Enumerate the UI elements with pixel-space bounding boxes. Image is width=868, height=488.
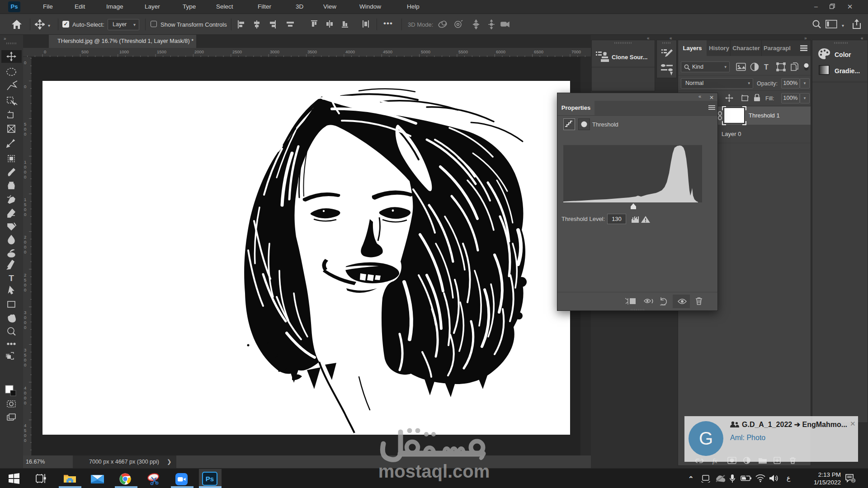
svg-text:2: 2 bbox=[852, 479, 854, 483]
svg-text:0: 0 bbox=[24, 164, 26, 169]
svg-text:0: 0 bbox=[24, 357, 26, 362]
svg-text:0: 0 bbox=[24, 287, 26, 292]
svg-text:0: 0 bbox=[24, 362, 26, 367]
svg-text:5: 5 bbox=[24, 122, 26, 127]
svg-text:5: 5 bbox=[24, 428, 26, 433]
svg-text:0: 0 bbox=[24, 400, 26, 405]
svg-text:2: 2 bbox=[24, 235, 26, 239]
svg-text:1000: 1000 bbox=[119, 49, 129, 54]
svg-text:0: 0 bbox=[24, 212, 26, 217]
svg-text:T: T bbox=[764, 63, 769, 71]
svg-text:0: 0 bbox=[24, 438, 26, 443]
svg-text:500: 500 bbox=[81, 49, 89, 54]
svg-text:7000: 7000 bbox=[571, 49, 581, 54]
svg-text:4500: 4500 bbox=[383, 49, 392, 54]
svg-text:0: 0 bbox=[24, 60, 26, 65]
svg-text:0: 0 bbox=[44, 49, 46, 54]
svg-text:3000: 3000 bbox=[270, 49, 279, 54]
svg-text:0: 0 bbox=[24, 169, 26, 174]
svg-text:4: 4 bbox=[24, 423, 26, 428]
svg-text:5: 5 bbox=[24, 352, 26, 357]
svg-text:3: 3 bbox=[24, 310, 26, 315]
svg-text:0: 0 bbox=[24, 249, 26, 254]
svg-text:1500: 1500 bbox=[157, 49, 166, 54]
svg-text:0: 0 bbox=[24, 390, 26, 395]
svg-text:0: 0 bbox=[24, 174, 26, 179]
svg-text:5: 5 bbox=[24, 277, 26, 282]
svg-text:0: 0 bbox=[24, 239, 26, 244]
svg-text:4: 4 bbox=[24, 385, 26, 390]
svg-text:2000: 2000 bbox=[194, 49, 204, 54]
svg-text:4000: 4000 bbox=[345, 49, 355, 54]
svg-text:0: 0 bbox=[24, 207, 26, 212]
svg-text:6000: 6000 bbox=[496, 49, 505, 54]
svg-text:0: 0 bbox=[24, 244, 26, 249]
svg-text:5: 5 bbox=[24, 202, 26, 207]
svg-text:5000: 5000 bbox=[421, 49, 430, 54]
svg-text:0: 0 bbox=[24, 395, 26, 400]
svg-text:0: 0 bbox=[24, 325, 26, 330]
svg-text:1: 1 bbox=[24, 197, 26, 202]
svg-text:0: 0 bbox=[24, 131, 26, 136]
svg-text:0: 0 bbox=[24, 282, 26, 287]
svg-text:5500: 5500 bbox=[458, 49, 468, 54]
svg-text:3: 3 bbox=[24, 347, 26, 352]
svg-text:6500: 6500 bbox=[534, 49, 543, 54]
svg-text:0: 0 bbox=[24, 433, 26, 438]
svg-text:3500: 3500 bbox=[307, 49, 317, 54]
svg-text:2: 2 bbox=[24, 272, 26, 277]
svg-text:T: T bbox=[9, 273, 14, 283]
svg-text:2500: 2500 bbox=[232, 49, 242, 54]
svg-text:0: 0 bbox=[24, 127, 26, 131]
svg-text:0: 0 bbox=[24, 320, 26, 325]
svg-text:0: 0 bbox=[24, 84, 26, 89]
svg-text:0: 0 bbox=[24, 315, 26, 320]
svg-text:1: 1 bbox=[24, 160, 26, 164]
